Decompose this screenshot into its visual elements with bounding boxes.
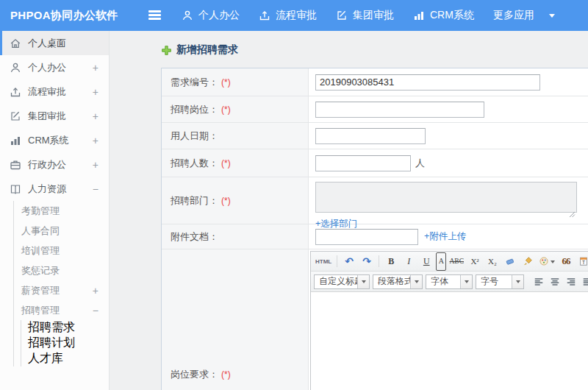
sidebar-item-talent-pool[interactable]: 人才库: [21, 351, 109, 366]
expand-toggle[interactable]: +: [93, 110, 98, 122]
heading-style-select[interactable]: 自定义标题: [314, 274, 370, 289]
sidebar-item-label: 招聘管理: [21, 304, 60, 317]
undo-icon[interactable]: ↶: [341, 254, 357, 269]
expand-toggle[interactable]: +: [93, 285, 98, 297]
page-header: 新增招聘需求: [161, 41, 588, 59]
attachment-upload-link[interactable]: +附件上传: [424, 230, 466, 243]
eraser-icon[interactable]: [502, 254, 518, 269]
form-row-demand-no: 需求编号： (*): [162, 68, 588, 96]
superscript-button[interactable]: X²: [467, 254, 483, 269]
sidebar-item-crm[interactable]: CRM系统 +: [0, 128, 109, 152]
form-row-requirements: 岗位要求： (*) HTML ↶ ↷ B I U: [162, 249, 588, 390]
sidebar-item-group-approval[interactable]: 集团审批 +: [0, 104, 109, 128]
expand-toggle[interactable]: −: [93, 183, 98, 195]
sidebar-item-recruit-mgmt[interactable]: 招聘管理 −: [14, 300, 109, 320]
caret-down-icon: [460, 275, 472, 288]
format-brush-icon[interactable]: [520, 254, 536, 269]
paragraph-format-select[interactable]: 段落格式: [373, 274, 423, 289]
html-source-button[interactable]: HTML: [314, 254, 333, 269]
paste-icon[interactable]: T: [576, 254, 588, 269]
hamburger-icon[interactable]: [148, 10, 162, 21]
rich-text-editor: HTML ↶ ↷ B I U A ABC X² X₂: [310, 251, 588, 390]
user-icon: [182, 10, 193, 21]
sidebar-item-hr[interactable]: 人力资源 −: [0, 177, 109, 201]
required-mark: (*): [221, 104, 231, 115]
align-right-icon[interactable]: [564, 274, 578, 288]
expand-toggle[interactable]: +: [93, 62, 98, 74]
bar-chart-icon: [413, 10, 425, 21]
resize-handle-icon[interactable]: [569, 208, 576, 214]
expand-toggle[interactable]: −: [93, 305, 98, 316]
emoticon-palette-icon[interactable]: [537, 254, 556, 269]
font-box-button[interactable]: A: [436, 252, 446, 271]
font-family-select[interactable]: 字体: [426, 274, 473, 289]
underline-button[interactable]: U: [418, 254, 434, 269]
redo-icon[interactable]: ↷: [359, 254, 375, 269]
sidebar-item-hr-contract[interactable]: 人事合同: [14, 221, 109, 241]
sidebar-item-label: 个人办公: [28, 61, 66, 74]
sidebar-item-admin-office[interactable]: 行政办公 +: [0, 152, 109, 177]
expand-toggle[interactable]: +: [93, 159, 98, 171]
editor-content-area[interactable]: [311, 292, 588, 390]
bar-chart-icon: [10, 135, 21, 146]
required-mark: (*): [221, 369, 231, 380]
sidebar-item-salary[interactable]: 薪资管理 +: [14, 280, 109, 300]
nav-label: 个人办公: [198, 9, 240, 22]
form-row-department: 招聘部门： (*) +选择部门: [162, 177, 588, 224]
expand-toggle[interactable]: +: [93, 86, 98, 98]
department-textarea[interactable]: [315, 182, 577, 213]
align-left-icon[interactable]: [531, 274, 545, 288]
nav-crm-system[interactable]: CRM系统: [413, 9, 474, 22]
attachment-input[interactable]: [315, 229, 418, 245]
field-label: 附件文档：: [162, 224, 309, 249]
font-size-select[interactable]: 字号: [476, 274, 524, 289]
user-icon: [10, 62, 21, 74]
nav-group-approval[interactable]: 集团审批: [336, 9, 394, 22]
svg-text:T: T: [582, 260, 585, 265]
main-content: 新增招聘需求 需求编号： (*) 招聘岗位： (*): [110, 31, 588, 390]
sidebar-item-workflow-approval[interactable]: 流程审批 +: [0, 79, 109, 104]
sidebar-item-rewards[interactable]: 奖惩记录: [14, 260, 109, 280]
sidebar-item-label: 人才库: [28, 351, 63, 366]
sidebar-item-label: 人力资源: [28, 182, 66, 196]
sidebar-item-recruit-demand[interactable]: 招聘需求: [21, 320, 109, 336]
sidebar-item-label: 招聘计划: [28, 336, 75, 351]
align-justify-icon[interactable]: [580, 274, 588, 288]
align-center-icon[interactable]: [548, 274, 562, 288]
italic-button[interactable]: I: [401, 254, 417, 269]
hire-date-input[interactable]: [315, 128, 426, 144]
strikethrough-button[interactable]: ABC: [448, 254, 465, 269]
sidebar-item-label: 招聘需求: [28, 320, 75, 336]
sidebar-item-label: 薪资管理: [21, 284, 60, 297]
field-label: 岗位要求： (*): [162, 249, 309, 390]
workflow-approval-icon: [259, 10, 270, 21]
sidebar-item-label: 流程审批: [28, 85, 66, 99]
bold-button[interactable]: B: [383, 254, 399, 269]
nav-process-approval[interactable]: 流程审批: [259, 9, 317, 22]
nav-more-apps[interactable]: 更多应用: [493, 9, 555, 22]
nav-label: 集团审批: [353, 9, 394, 22]
sidebar-item-training[interactable]: 培训管理: [14, 241, 109, 260]
headcount-input[interactable]: [315, 155, 411, 171]
sidebar-item-recruit-plan[interactable]: 招聘计划: [21, 336, 109, 351]
home-icon: [10, 38, 21, 49]
nav-personal-office[interactable]: 个人办公: [182, 9, 240, 22]
nav-label: CRM系统: [430, 9, 474, 22]
expand-toggle[interactable]: +: [93, 135, 98, 146]
sidebar-item-label: 个人桌面: [28, 37, 66, 50]
recruitment-form: 需求编号： (*) 招聘岗位： (*) 用人日期：: [161, 68, 588, 390]
sidebar-item-label: 行政办公: [28, 158, 66, 171]
sidebar-item-personal-desktop[interactable]: 个人桌面: [0, 31, 109, 55]
sidebar-item-attendance[interactable]: 考勤管理: [14, 201, 109, 221]
form-row-hire-date: 用人日期：: [162, 123, 588, 149]
sidebar-item-personal-office[interactable]: 个人办公 +: [0, 55, 109, 79]
alignment-buttons: [531, 274, 588, 288]
position-input[interactable]: [315, 102, 484, 118]
hr-submenu: 考勤管理 人事合同 培训管理 奖惩记录 薪资管理 + 招聘管理 − 招聘需求: [13, 201, 109, 366]
subscript-button[interactable]: X₂: [484, 254, 501, 269]
required-mark: (*): [221, 196, 231, 206]
caret-down-icon: [549, 14, 555, 21]
field-label: 需求编号： (*): [162, 68, 309, 96]
demand-no-input[interactable]: [315, 74, 540, 91]
blockquote-button[interactable]: 66: [558, 254, 574, 269]
